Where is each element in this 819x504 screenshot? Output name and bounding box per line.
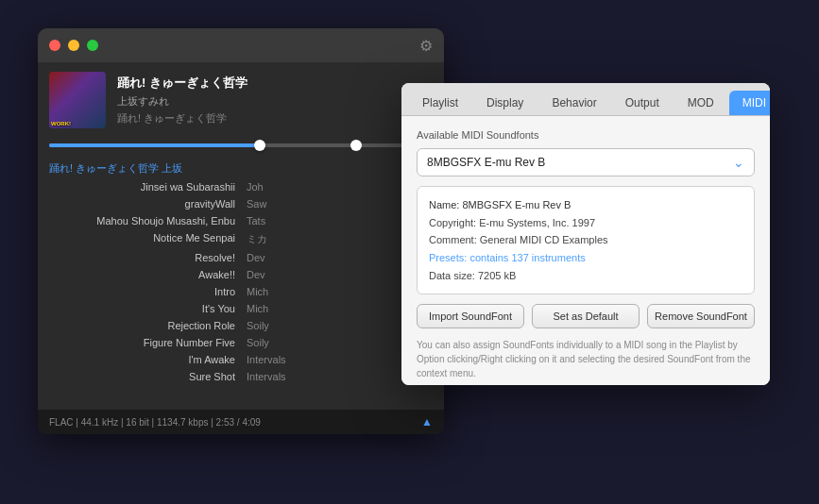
track-title: 踊れ! きゅーぎょく哲学 — [117, 75, 433, 92]
remove-soundfont-button[interactable]: Remove SoundFont — [647, 304, 755, 328]
progress-bar-track[interactable] — [49, 143, 433, 147]
status-text: FLAC | 44.1 kHz | 16 bit | 1134.7 kbps |… — [49, 417, 261, 428]
playlist-header-text: 踊れ! きゅーぎょく哲学 上坂 — [49, 161, 182, 176]
list-item[interactable]: I'm Awake Intervals — [38, 351, 444, 368]
gear-icon[interactable]: ⚙ — [419, 37, 433, 55]
section-label: Available MIDI Soundfonts — [417, 129, 755, 141]
playlist-header-item[interactable]: 踊れ! きゅーぎょく哲学 上坂 — [38, 159, 444, 178]
track-name: Awake!! — [49, 269, 241, 280]
list-item[interactable]: Jinsei wa Subarashii Joh — [38, 178, 444, 195]
progress-bar-container[interactable] — [38, 138, 444, 155]
settings-content: Available MIDI Soundfonts 8MBGSFX E-mu R… — [401, 116, 770, 385]
progress-bar-fill — [49, 143, 260, 147]
soundfont-datasize: Data size: 7205 kB — [429, 267, 742, 285]
import-soundfont-button[interactable]: Import SoundFont — [417, 304, 524, 328]
soundfont-presets: Presets: contains 137 instruments — [429, 249, 742, 267]
album-art: WORK! — [49, 72, 106, 128]
track-name: gravityWall — [49, 198, 241, 210]
tab-display[interactable]: Display — [473, 91, 537, 115]
status-bar: FLAC | 44.1 kHz | 16 bit | 1134.7 kbps |… — [38, 410, 444, 434]
soundfont-name: Name: 8MBGSFX E-mu Rev B — [429, 196, 742, 214]
track-name: It's You — [49, 303, 241, 314]
soundfont-copyright: Copyright: E-mu Systems, Inc. 1997 — [429, 214, 742, 232]
close-button[interactable] — [49, 40, 60, 51]
list-item[interactable]: Sure Shot Intervals — [38, 368, 444, 385]
track-name: Jinsei wa Subarashii — [49, 181, 241, 193]
track-name: Resolve! — [49, 252, 241, 263]
dropdown-value: 8MBGSFX E-mu Rev B — [427, 156, 545, 169]
set-default-button[interactable]: Set as Default — [532, 304, 640, 328]
track-album: 踊れ! きゅーぎょく哲学 — [117, 111, 433, 126]
soundfont-info-block: Name: 8MBGSFX E-mu Rev B Copyright: E-mu… — [417, 186, 755, 294]
track-name: I'm Awake — [49, 354, 241, 365]
dropdown-row: 8MBGSFX E-mu Rev B ⌄ — [417, 148, 755, 176]
list-item[interactable]: gravityWall Saw — [38, 195, 444, 212]
minimize-button[interactable] — [68, 40, 79, 51]
chevron-down-icon: ⌄ — [733, 155, 744, 170]
list-item[interactable]: Figure Number Five Soily — [38, 334, 444, 351]
tab-mod[interactable]: MOD — [674, 91, 727, 115]
up-arrow-icon[interactable]: ▲ — [421, 415, 433, 428]
list-item[interactable]: Notice Me Senpai ミカ — [38, 229, 444, 249]
tab-behavior[interactable]: Behavior — [538, 91, 609, 115]
tab-playlist[interactable]: Playlist — [409, 91, 471, 115]
tab-output[interactable]: Output — [612, 91, 673, 115]
volume-slider-handle[interactable] — [350, 140, 362, 151]
list-item[interactable]: Rejection Role Soily — [38, 317, 444, 334]
soundfont-comment: Comment: General MIDI CD Examples — [429, 231, 742, 249]
track-name: Sure Shot — [49, 371, 241, 382]
list-item[interactable]: Resolve! Dev — [38, 249, 444, 266]
track-artist: 上坂すみれ — [117, 94, 433, 109]
list-item[interactable]: Awake!! Dev — [38, 266, 444, 283]
playlist-area: 踊れ! きゅーぎょく哲学 上坂 Jinsei wa Subarashii Joh… — [38, 155, 444, 389]
title-bar: ⚙ — [38, 28, 444, 62]
track-name: Mahou Shoujo Musashi, Enbu — [49, 215, 241, 227]
list-item[interactable]: It's You Mich — [38, 300, 444, 317]
soundfont-dropdown[interactable]: 8MBGSFX E-mu Rev B ⌄ — [417, 148, 755, 176]
track-name: Rejection Role — [49, 320, 241, 331]
action-buttons: Import SoundFont Set as Default Remove S… — [417, 304, 755, 328]
playlist-scroll[interactable]: 踊れ! きゅーぎょく哲学 上坂 Jinsei wa Subarashii Joh… — [38, 155, 444, 410]
track-info: 踊れ! きゅーぎょく哲学 上坂すみれ 踊れ! きゅーぎょく哲学 — [117, 75, 433, 126]
maximize-button[interactable] — [87, 40, 98, 51]
now-playing-section: WORK! 踊れ! きゅーぎょく哲学 上坂すみれ 踊れ! きゅーぎょく哲学 — [38, 62, 444, 138]
settings-tabs: Playlist Display Behavior Output MOD MID… — [401, 83, 770, 116]
help-text: You can also assign SoundFonts individua… — [417, 338, 755, 380]
player-window: ⚙ WORK! 踊れ! きゅーぎょく哲学 上坂すみれ 踊れ! きゅーぎょく哲学 — [38, 28, 444, 434]
list-item[interactable]: Intro Mich — [38, 283, 444, 300]
settings-panel: Playlist Display Behavior Output MOD MID… — [401, 83, 770, 385]
list-item[interactable]: Mahou Shoujo Musashi, Enbu Tats — [38, 212, 444, 229]
track-name: Notice Me Senpai — [49, 232, 241, 246]
tab-midi[interactable]: MIDI — [729, 91, 770, 115]
progress-handle[interactable] — [254, 140, 265, 151]
track-name: Intro — [49, 286, 241, 297]
track-name: Figure Number Five — [49, 337, 241, 348]
